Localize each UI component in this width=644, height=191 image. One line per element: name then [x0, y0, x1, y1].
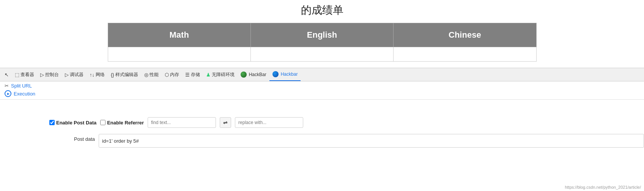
memory-label: 内存 [170, 72, 179, 78]
enable-referrer-label[interactable]: Enable Referrer [100, 120, 144, 126]
hackbar2-icon [272, 71, 279, 77]
controls-row: Enable Post Data Enable Referrer ⇌ [49, 114, 644, 131]
network-label: 网络 [96, 72, 105, 78]
storage-icon: ☰ [185, 72, 190, 78]
tool-memory[interactable]: ⬡ 内存 [162, 68, 182, 81]
element-picker[interactable]: ↖ [2, 68, 12, 81]
page-title: 的成绩单 [0, 3, 644, 18]
hackbar-section: ✂ Split URL Execution [0, 81, 644, 100]
swap-icon: ⇌ [223, 119, 228, 126]
col-header-math: Math [108, 23, 250, 47]
accessibility-icon: ♟ [206, 72, 211, 78]
enable-referrer-checkbox[interactable] [100, 120, 105, 125]
cell-math [108, 47, 250, 62]
storage-label: 存储 [191, 72, 200, 78]
grade-table-wrapper: Math English Chinese [0, 23, 644, 62]
replace-with-input[interactable] [235, 117, 303, 128]
enable-post-data-label[interactable]: Enable Post Data [49, 120, 96, 126]
tool-accessibility[interactable]: ♟ 无障碍环境 [203, 68, 238, 81]
tool-style-editor[interactable]: {} 样式编辑器 [108, 68, 141, 81]
cell-chinese [394, 47, 536, 62]
console-icon: ▷ [40, 72, 44, 78]
picker-icon: ↖ [5, 72, 9, 78]
bottom-controls: Enable Post Data Enable Referrer ⇌ Post … [0, 114, 644, 151]
execution-row: Execution [0, 89, 644, 99]
enable-post-data-checkbox[interactable] [49, 120, 55, 125]
post-data-input[interactable] [99, 134, 644, 148]
split-url-row: ✂ Split URL [0, 81, 644, 89]
swap-button[interactable]: ⇌ [220, 117, 231, 128]
footer-url: https://blog.csdn.net/python_2021/articl… [565, 185, 641, 189]
inspector-icon: ⬚ [15, 72, 19, 78]
enable-referrer-text: Enable Referrer [107, 120, 144, 126]
debugger-label: 调试器 [70, 72, 83, 78]
tool-performance[interactable]: ◎ 性能 [141, 68, 162, 81]
accessibility-label: 无障碍环境 [212, 72, 235, 78]
split-url-label[interactable]: Split URL [11, 83, 32, 89]
col-header-english: English [250, 23, 393, 47]
find-text-input[interactable] [148, 117, 216, 128]
console-label: 控制台 [45, 72, 59, 78]
tool-storage[interactable]: ☰ 存储 [182, 68, 203, 81]
hackbar-globe-icon [241, 72, 247, 78]
network-icon: ↑↓ [90, 72, 94, 78]
tool-hackbar[interactable]: HackBar [238, 68, 269, 81]
enable-post-data-text: Enable Post Data [56, 120, 96, 126]
hackbar-label: HackBar [249, 72, 266, 77]
post-data-label: Post data [49, 134, 95, 142]
devtools-toolbar: ↖ ⬚ 查看器 ▷ 控制台 ▷ 调试器 ↑↓ 网络 {} 样式编辑器 ◎ 性能 … [0, 68, 644, 81]
tool-console[interactable]: ▷ 控制台 [37, 68, 62, 81]
tool-debugger[interactable]: ▷ 调试器 [62, 68, 87, 81]
cell-english [250, 47, 393, 62]
grade-table: Math English Chinese [108, 23, 537, 62]
execution-label[interactable]: Execution [14, 91, 35, 97]
scissors-icon: ✂ [5, 83, 9, 89]
style-editor-label: 样式编辑器 [115, 72, 138, 78]
tool-inspector[interactable]: ⬚ 查看器 [12, 68, 37, 81]
col-header-chinese: Chinese [394, 23, 536, 47]
performance-icon: ◎ [144, 72, 148, 78]
memory-icon: ⬡ [165, 72, 169, 78]
debugger-icon: ▷ [65, 72, 69, 78]
execution-play-icon [5, 90, 11, 97]
inspector-label: 查看器 [20, 72, 34, 78]
hackbar2-label: Hackbar [281, 72, 298, 77]
post-data-section: Post data [49, 131, 644, 151]
tool-network[interactable]: ↑↓ 网络 [87, 68, 108, 81]
performance-label: 性能 [150, 72, 159, 78]
table-row [108, 47, 536, 62]
tool-hackbar2[interactable]: Hackbar [269, 68, 301, 81]
style-editor-icon: {} [111, 72, 114, 78]
